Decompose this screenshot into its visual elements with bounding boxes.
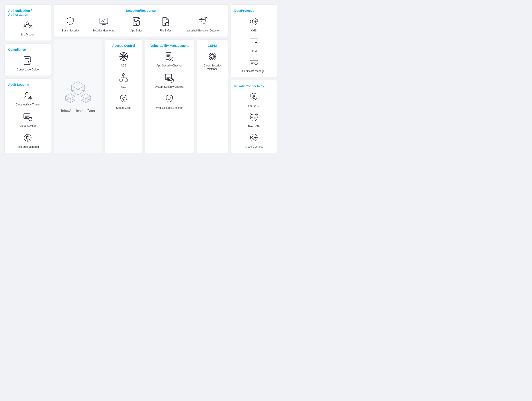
- infra-label: Infra/Application/Data: [61, 109, 95, 113]
- file-safer-item[interactable]: File Safer: [158, 16, 173, 32]
- cloud-activity-tracer-icon: [22, 90, 33, 101]
- cloud-security-watcher-label: Cloud Security Watcher: [200, 64, 224, 71]
- cloud-connect-item[interactable]: Cloud Connect: [245, 132, 262, 149]
- svg-point-41: [203, 18, 203, 19]
- system-security-checker-icon: [164, 72, 175, 83]
- webshell-icon: $: [197, 16, 209, 27]
- ipsec-vpn-label: IPsec VPN: [247, 125, 260, 128]
- basic-security-item[interactable]: Basic Security: [62, 16, 79, 32]
- svg-point-125: [253, 137, 254, 138]
- svg-marker-50: [65, 94, 75, 99]
- svg-point-33: [136, 23, 137, 25]
- svg-point-119: [250, 114, 251, 115]
- access-control-card: Access Control: [105, 39, 142, 153]
- sub-account-icon: [22, 20, 33, 31]
- compliance-guide-label: Compliance Guide: [17, 68, 39, 72]
- data-protection-card: DataProtection: [231, 4, 277, 77]
- web-security-checker-item[interactable]: Web Security Checher: [156, 93, 183, 110]
- system-security-checker-item[interactable]: System Security Checker: [154, 72, 184, 89]
- ssl-vpn-item[interactable]: SSL VPN: [246, 91, 262, 108]
- app-security-checker-label: App Security Checker: [157, 64, 182, 68]
- sub-account-item[interactable]: Sub Account: [20, 20, 35, 37]
- ipsec-vpn-item[interactable]: VPN IPsec VPN: [246, 112, 262, 128]
- compliance-card: Compliance Compliance Guide: [4, 44, 51, 76]
- cloud-activity-tracer-item[interactable]: Cloud Activity Tracer: [16, 90, 40, 107]
- app-safer-item[interactable]: App Safer: [129, 16, 144, 32]
- security-monitoring-item[interactable]: Security Monitoring: [92, 16, 115, 32]
- security-monitoring-label: Security Monitoring: [92, 29, 115, 32]
- svg-point-19: [26, 137, 29, 139]
- svg-point-10: [25, 92, 28, 95]
- cloud-connect-icon: [248, 132, 260, 143]
- cloud-security-watcher-item[interactable]: Cloud Security Watcher: [200, 51, 224, 71]
- cert-manager-icon: [248, 56, 260, 68]
- cloud-activity-tracer-label: Cloud Activity Tracer: [16, 103, 40, 107]
- resource-manager-item[interactable]: Resource Manager: [16, 132, 39, 149]
- file-safer-label: File Safer: [160, 29, 171, 32]
- cloud-advisor-icon: [22, 111, 33, 123]
- compliance-title: Compliance: [8, 48, 47, 52]
- web-security-checker-icon: [164, 93, 175, 105]
- app-security-checker-icon: [164, 51, 175, 62]
- svg-text:VPN: VPN: [251, 116, 256, 119]
- hsm-item[interactable]: HSM: [246, 36, 262, 53]
- compliance-guide-item[interactable]: Compliance Guide: [17, 55, 39, 72]
- private-title: Private Connectivity: [234, 84, 273, 88]
- basic-security-icon: [64, 16, 76, 27]
- svg-text:$: $: [204, 20, 206, 23]
- acl-item[interactable]: ACL: [116, 72, 132, 89]
- secure-zone-icon: [118, 93, 129, 105]
- detection-title: Detection/Response: [57, 9, 224, 13]
- svg-point-113: [255, 62, 257, 65]
- acg-item[interactable]: ACG: [116, 51, 132, 68]
- svg-point-90: [209, 53, 216, 60]
- kms-icon: [248, 16, 260, 27]
- kms-item[interactable]: KMS: [246, 16, 262, 32]
- infra-icon: [64, 79, 92, 106]
- svg-marker-45: [71, 81, 85, 89]
- cloud-advisor-label: Cloud Advisor: [19, 124, 36, 128]
- security-monitoring-icon: [98, 16, 109, 27]
- resource-manager-label: Resource Manager: [16, 145, 39, 149]
- svg-point-98: [252, 20, 254, 22]
- svg-point-16: [29, 117, 32, 121]
- detection-card: Detection/Response Basic Security: [54, 4, 228, 37]
- svg-point-75: [126, 80, 127, 80]
- compliance-guide-icon: [22, 55, 33, 66]
- svg-line-26: [29, 135, 30, 137]
- auth-title: Authentication / Authorization: [8, 9, 47, 17]
- private-connectivity-card: Private Connectivity SSL VPN: [231, 80, 277, 153]
- svg-point-120: [256, 114, 258, 115]
- ipsec-vpn-icon: VPN: [248, 112, 260, 123]
- webshell-item[interactable]: $ Webshell Behavior Detector: [187, 16, 220, 32]
- svg-point-0: [27, 22, 29, 24]
- ssl-vpn-icon: [248, 91, 260, 103]
- auth-card: Authentication / Authorization: [4, 4, 51, 41]
- data-protection-title: DataProtection: [234, 9, 273, 13]
- app-security-checker-item[interactable]: App Security Checker: [157, 51, 182, 68]
- secure-zone-item[interactable]: Secure Zone: [116, 93, 132, 110]
- svg-line-24: [25, 135, 27, 137]
- vuln-title: Vulnerability Management: [149, 44, 190, 48]
- svg-marker-55: [81, 94, 91, 99]
- file-safer-icon: [160, 16, 171, 27]
- svg-point-116: [253, 97, 254, 98]
- acg-label: ACG: [121, 64, 127, 68]
- cspm-card: CSPM: [197, 39, 228, 153]
- svg-line-27: [25, 139, 27, 140]
- sub-account-label: Sub Account: [20, 33, 35, 37]
- acl-icon: [118, 72, 129, 83]
- acl-label: ACL: [121, 85, 126, 89]
- svg-rect-108: [255, 43, 257, 44]
- cloud-security-watcher-icon: [207, 51, 218, 62]
- resource-manager-icon: [22, 132, 33, 144]
- hsm-icon: [248, 36, 260, 48]
- cert-manager-label: Certificate Manager: [242, 69, 266, 73]
- cert-manager-item[interactable]: Certificate Manager: [242, 56, 266, 73]
- kms-label: KMS: [251, 29, 257, 32]
- vuln-card: Vulnerability Management: [145, 39, 194, 153]
- ssl-vpn-label: SSL VPN: [248, 105, 259, 108]
- cloud-advisor-item[interactable]: Cloud Advisor: [19, 111, 36, 128]
- secure-zone-label: Secure Zone: [116, 106, 132, 110]
- svg-point-40: [201, 18, 202, 19]
